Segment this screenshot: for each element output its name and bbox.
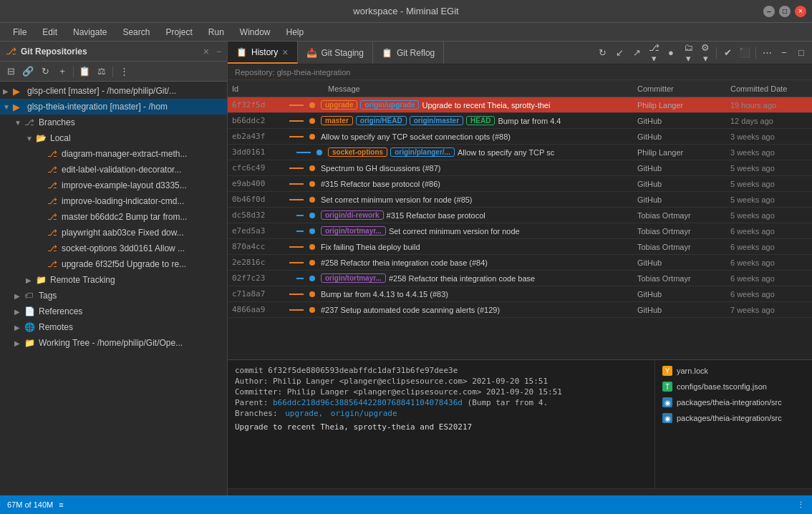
detail-branch-upgrade[interactable]: upgrade, xyxy=(285,409,323,418)
row-msg-cfc6c49: Spectrum to GH discussions (#87) xyxy=(285,164,633,173)
horizontal-scrollbar[interactable] xyxy=(228,488,812,495)
row-msg-text-11: #258 Refactor theia integration code bas… xyxy=(321,258,488,267)
menu-item-search[interactable]: Search xyxy=(115,26,157,39)
row-id-cfc6c49: cfc6c49 xyxy=(228,163,285,173)
tree-item-branch-upgrade[interactable]: ⎇ upgrade 6f32f5d Upgrade to re... xyxy=(0,256,227,272)
tree-item-branch-diagram[interactable]: ⎇ diagram-manager-extract-meth... xyxy=(0,146,227,162)
detail-file-tsconfig[interactable]: T configs/base.tsconfig.json xyxy=(655,379,812,394)
filter-button[interactable]: ⚙ ▾ xyxy=(697,45,713,61)
row-msg-text-7: Set correct minimum version for node (#8… xyxy=(321,195,473,204)
collapse-all-button[interactable]: ⊟ xyxy=(3,64,19,79)
menu-bar: FileEditNavigateSearchProjectRunWindowHe… xyxy=(0,23,812,42)
tree-item-branch-improve-example[interactable]: ⎇ improve-example-layout d3335... xyxy=(0,178,227,193)
tab-reflog[interactable]: 📋 Git Reflog xyxy=(373,42,444,64)
detail-parent-hash[interactable]: b66ddc218d96c38856442280768841104078436d xyxy=(273,398,463,407)
menu-button[interactable]: ⋮ xyxy=(116,64,132,79)
folder-icon: ⎇ xyxy=(24,117,37,127)
dot-button[interactable]: ● xyxy=(663,45,679,61)
panel-minimize-button[interactable]: − xyxy=(216,47,221,57)
history-row-02f7c23[interactable]: 02f7c23 origin/tortmayr... #258 Refactor… xyxy=(228,271,812,286)
tree-item-local[interactable]: ▼ 📂 Local xyxy=(0,130,227,146)
tree-item-references[interactable]: ▶ 📄 References xyxy=(0,304,227,319)
history-row-4866aa9[interactable]: 4866aa9 #237 Setup automated code scanni… xyxy=(228,302,812,318)
minimize-right-button[interactable]: − xyxy=(776,45,792,61)
menu-item-file[interactable]: File xyxy=(6,26,34,39)
minimize-button[interactable]: – xyxy=(763,6,775,17)
more-button[interactable]: ⬛ xyxy=(737,45,753,61)
history-row-0b46f0d[interactable]: 0b46f0d Set correct minimum version for … xyxy=(228,192,812,208)
menu-item-window[interactable]: Window xyxy=(233,26,278,39)
add-repo-button[interactable]: + xyxy=(54,64,70,79)
tree-item-glsp-client[interactable]: ▶ ▶ glsp-client [master] - /home/philip/… xyxy=(0,83,227,99)
detail-file-packages-1[interactable]: ◉ packages/theia-integration/src xyxy=(655,394,812,410)
branch-menu-button[interactable]: ⎇ ▾ xyxy=(646,45,662,61)
tree-item-working-tree[interactable]: ▶ 📁 Working Tree - /home/philip/Git/Ope.… xyxy=(0,335,227,351)
menu-item-edit[interactable]: Edit xyxy=(35,26,64,39)
history-row-cfc6c49[interactable]: cfc6c49 Spectrum to GH discussions (#87)… xyxy=(228,160,812,176)
tree-item-branches[interactable]: ▼ ⎇ Branches xyxy=(0,115,227,130)
history-row-2e2816c[interactable]: 2e2816c #258 Refactor theia integration … xyxy=(228,255,812,271)
menu-item-project[interactable]: Project xyxy=(158,26,199,39)
detail-commit-hash: commit 6f32f5de8806593deabffdc1daf31b6fe… xyxy=(235,366,647,375)
tree-item-remotes[interactable]: ▶ 🌐 Remotes xyxy=(0,319,227,335)
history-tab-close[interactable]: × xyxy=(282,47,288,58)
tab-staging[interactable]: 📥 Git Staging xyxy=(298,42,373,64)
maximize-button[interactable]: □ xyxy=(779,6,791,17)
branch-icon-8: ⎇ xyxy=(47,259,60,269)
history-button[interactable]: 📋 xyxy=(77,64,92,79)
tree-item-branch-edit[interactable]: ⎇ edit-label-validation-decorator... xyxy=(0,162,227,178)
history-row-6f32f5d[interactable]: 6f32f5d upgrade origin/upgrade Upgrade t… xyxy=(228,97,812,113)
detail-branches-line: Branches: upgrade, origin/upgrade xyxy=(235,409,647,418)
pull-button[interactable]: ↙ xyxy=(612,45,627,61)
row-committer-3: GitHub xyxy=(633,132,726,141)
row-msg-text-3: Allow to specify any TCP socket connecti… xyxy=(321,132,511,141)
history-row-e9ab400[interactable]: e9ab400 #315 Refactor base protocol (#86… xyxy=(228,176,812,192)
refresh-button[interactable]: ↻ xyxy=(37,64,53,79)
history-row-870a4cc[interactable]: 870a4cc Fix failing Theia deploy build T… xyxy=(228,239,812,255)
history-row-3dd0161[interactable]: 3dd0161 socket-options origin/planger/..… xyxy=(228,145,812,160)
stash-button[interactable]: 🗂 ▾ xyxy=(680,45,696,61)
detail-branch-origin[interactable]: origin/upgrade xyxy=(331,409,397,418)
history-row-b66ddc2[interactable]: b66ddc2 master origin/HEAD origin/master… xyxy=(228,113,812,129)
tree-item-remote-tracking[interactable]: ▶ 📁 Remote Tracking xyxy=(0,272,227,288)
tree-item-glsp-theia[interactable]: ▼ ▶ glsp-theia-integration [master] - /h… xyxy=(0,99,227,115)
reflog-tab-icon: 📋 xyxy=(382,48,392,58)
row-msg-text-6: #315 Refactor base protocol (#86) xyxy=(321,180,440,188)
tab-toolbar-sep2 xyxy=(755,47,756,59)
repo-icon-2: ▶ xyxy=(13,102,26,112)
history-row-e7ed5a3[interactable]: e7ed5a3 origin/tortmayr... Set correct m… xyxy=(228,223,812,239)
tree-item-tags[interactable]: ▶ 🏷 Tags xyxy=(0,288,227,304)
history-row-eb2a43f[interactable]: eb2a43f Allow to specify any TCP socket … xyxy=(228,129,812,145)
branch-playwright-label: playwright aab03ce Fixed dow... xyxy=(62,228,184,238)
remotes-icon: 🌐 xyxy=(24,322,37,332)
actions-button[interactable]: ⋯ xyxy=(759,45,775,61)
tree-item-branch-improve-loading[interactable]: ⎇ improve-loading-indicator-cmd... xyxy=(0,193,227,209)
staging-tab-label: Git Staging xyxy=(322,48,364,58)
close-button[interactable]: × xyxy=(795,6,806,17)
tree-item-branch-master[interactable]: ⎇ master b66ddc2 Bump tar from... xyxy=(0,209,227,225)
detail-file-packages-2[interactable]: ◉ packages/theia-integration/src xyxy=(655,410,812,426)
refresh-history-button[interactable]: ↻ xyxy=(594,45,610,61)
link-editor-button[interactable]: 🔗 xyxy=(20,64,36,79)
commit-button[interactable]: ✔ xyxy=(720,45,735,61)
detail-file-yarn[interactable]: Y yarn.lock xyxy=(655,363,812,379)
tree-item-branch-socket[interactable]: ⎇ socket-options 3dd0161 Allow ... xyxy=(0,241,227,256)
push-button[interactable]: ↗ xyxy=(629,45,644,61)
tree-item-branch-playwright[interactable]: ⎇ playwright aab03ce Fixed dow... xyxy=(0,225,227,241)
staging-tab-icon: 📥 xyxy=(306,48,317,58)
working-tree-icon: 📁 xyxy=(24,338,37,348)
menu-item-navigate[interactable]: Navigate xyxy=(66,26,114,39)
menu-item-run[interactable]: Run xyxy=(201,26,231,39)
history-table-wrap: Id Message Committer Committed Date 6f32… xyxy=(228,80,812,488)
history-row-c71a8a7[interactable]: c71a8a7 Bump tar from 4.4.13 to 4.4.15 (… xyxy=(228,286,812,302)
history-row-dc58d32[interactable]: dc58d32 origin/di-rework #315 Refactor b… xyxy=(228,208,812,223)
compare-button[interactable]: ⚖ xyxy=(94,64,110,79)
row-date-2: 12 days ago xyxy=(726,117,812,125)
graph-dot-3 xyxy=(309,134,315,140)
tag-origin-upgrade: origin/upgrade xyxy=(360,100,419,110)
menu-item-help[interactable]: Help xyxy=(279,26,311,39)
row-committer-11: GitHub xyxy=(633,258,726,267)
tab-history[interactable]: 📋 History × xyxy=(228,42,298,64)
panel-close-button[interactable]: × xyxy=(203,46,209,57)
maximize-right-button[interactable]: □ xyxy=(793,45,809,61)
